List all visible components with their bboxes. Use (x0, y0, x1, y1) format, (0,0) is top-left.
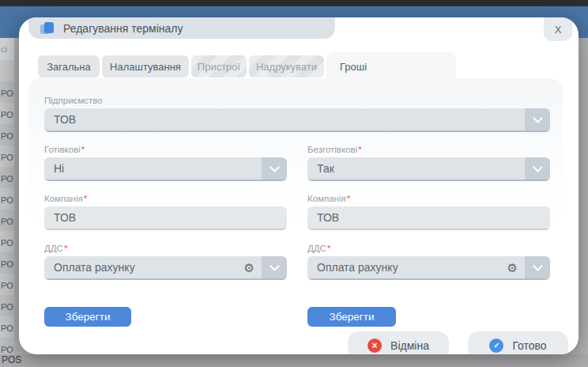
vat-right-select[interactable]: Оплата рахунку ⚙ (307, 256, 550, 280)
background-row-label: PO (1, 302, 20, 312)
done-check-icon: ✓ (489, 339, 503, 353)
company-left-value: ТОВ (54, 211, 76, 224)
background-toolbar-text: ci (0, 38, 14, 60)
terminal-icon (40, 22, 55, 35)
tab-settings[interactable]: Налаштування (102, 55, 189, 78)
tab-label: Загальна (47, 61, 91, 73)
tab-label: Надрукувати (256, 61, 317, 73)
background-row-label: PO (1, 259, 20, 269)
vat-left-select[interactable]: Оплата рахунку ⚙ (44, 256, 287, 280)
tab-general[interactable]: Загальна (38, 55, 100, 78)
enterprise-select[interactable]: ТОВ (44, 108, 550, 132)
vat-left-value: Оплата рахунку (54, 261, 135, 274)
background-row-label: PO (1, 153, 20, 162)
enterprise-label: Підприємство (44, 96, 103, 105)
required-mark: * (327, 244, 330, 253)
cancel-button[interactable]: × Відміна (348, 331, 449, 354)
company-left-label: Компанія* (44, 194, 87, 203)
background-row-pos-label: POS (2, 354, 21, 365)
tab-label: Гроші (340, 61, 367, 73)
cashless-select[interactable]: Так (307, 157, 550, 181)
required-mark: * (358, 145, 361, 154)
dialog-title: Редагування терміналу (63, 22, 183, 35)
chevron-down-icon (533, 162, 543, 172)
tab-devices[interactable]: Пристрої (191, 55, 247, 78)
background-row-label: PO (1, 131, 20, 141)
background-row-label: PO (1, 217, 20, 226)
background-row-label: PO (1, 174, 20, 184)
cash-label: Готівкові* (44, 145, 85, 154)
cancel-x-icon: × (368, 339, 382, 353)
edit-terminal-dialog: Редагування терміналу X Загальна Налашту… (19, 17, 579, 354)
cancel-button-label: Відміна (390, 339, 429, 352)
gear-icon[interactable]: ⚙ (507, 262, 518, 274)
close-icon: X (555, 24, 562, 36)
done-button-label: Готово (512, 339, 546, 352)
background-row-label: PO (1, 110, 20, 119)
chevron-down-icon (270, 162, 280, 172)
gear-icon[interactable]: ⚙ (244, 262, 254, 274)
cash-dropdown-button[interactable] (262, 157, 287, 180)
chevron-down-icon (270, 261, 280, 271)
tab-label: Пристрої (198, 61, 240, 73)
vat-left-dropdown-button[interactable] (262, 256, 287, 278)
vat-right-label: ДДС* (307, 244, 330, 253)
enterprise-dropdown-button[interactable] (525, 108, 550, 131)
company-right-value: ТОВ (317, 211, 339, 224)
enterprise-value: ТОВ (54, 113, 76, 126)
background-row-label: PO (1, 345, 20, 354)
vat-left-label: ДДС* (44, 244, 67, 253)
done-button[interactable]: ✓ Готово (468, 331, 568, 354)
save-button-left[interactable]: Зберегти (44, 307, 131, 327)
chevron-down-icon (533, 113, 543, 123)
vat-right-value: Оплата рахунку (317, 261, 398, 274)
background-row-label: PO (1, 238, 20, 248)
tab-money[interactable]: Гроші (326, 52, 456, 81)
save-button-right[interactable]: Зберегти (307, 307, 396, 327)
required-mark: * (81, 145, 85, 154)
required-mark: * (64, 244, 67, 253)
close-button[interactable]: X (544, 17, 572, 41)
cashless-label: Безготівкові* (307, 145, 362, 154)
background-table-rows: POPOPOPOPOPOPOPOPOPOPOPOPO (0, 60, 14, 354)
cashless-dropdown-button[interactable] (525, 157, 550, 180)
cash-select[interactable]: Ні (44, 157, 287, 181)
company-left-input[interactable]: ТОВ (44, 206, 287, 230)
company-right-label: Компанія* (307, 194, 350, 203)
background-row-label: PO (1, 281, 20, 290)
cashless-value: Так (317, 162, 334, 175)
background-top-bar (0, 0, 588, 6)
vat-right-dropdown-button[interactable] (525, 256, 550, 278)
background-bottom-strip: POS (0, 354, 588, 367)
required-mark: * (347, 194, 350, 203)
company-right-input[interactable]: ТОВ (307, 206, 550, 230)
save-button-label: Зберегти (330, 311, 375, 323)
background-row-label: PO (1, 323, 20, 333)
cash-value: Ні (54, 162, 64, 175)
tab-label: Налаштування (110, 61, 181, 73)
chevron-down-icon (533, 261, 543, 271)
tab-print[interactable]: Надрукувати (249, 55, 324, 78)
background-row-label: PO (1, 195, 20, 205)
required-mark: * (84, 194, 87, 203)
save-button-label: Зберегти (66, 311, 111, 323)
dialog-header: Редагування терміналу (28, 17, 335, 39)
background-row-label: PO (1, 89, 20, 98)
